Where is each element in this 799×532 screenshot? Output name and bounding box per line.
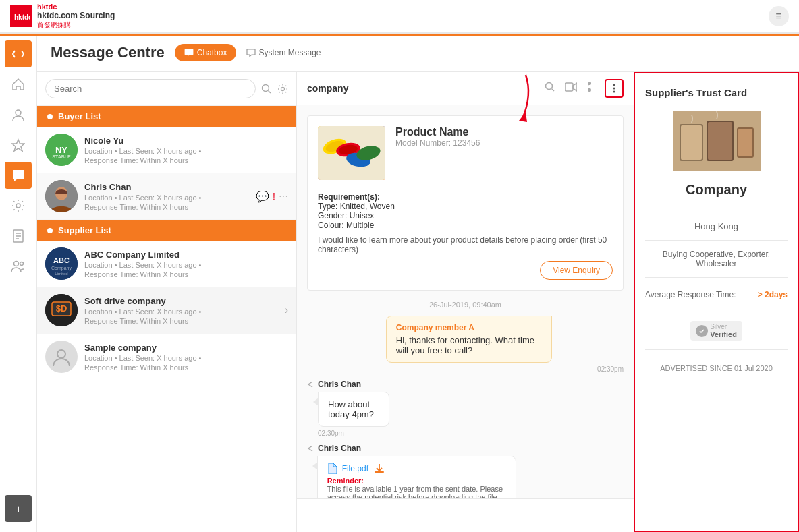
icon-sidebar: i	[0, 34, 37, 532]
sidebar-bottom: i	[5, 495, 32, 522]
contact-actions-chris: 💬 ! ⋯	[256, 190, 288, 203]
main-layout: i Message Centre Chatbox System Message	[0, 34, 799, 532]
chat-messages[interactable]: Product Name Model Number: 123456 Requir…	[297, 105, 634, 498]
contact-soft-drive[interactable]: $D Soft drive company Location • Last Se…	[37, 287, 296, 334]
more-menu-button[interactable]	[605, 79, 624, 98]
users-icon[interactable]	[5, 253, 32, 280]
silver-text: Silver	[710, 323, 737, 330]
contact-name-nicole: Nicole Yu	[84, 136, 288, 146]
view-enquiry-button[interactable]: View Enquiry	[540, 261, 613, 280]
svg-rect-32	[565, 83, 573, 91]
trust-response: Average Response Time: > 2days	[645, 290, 788, 299]
search-input[interactable]	[45, 79, 256, 98]
trust-verified-badge: Silver Verified	[690, 321, 742, 341]
contact-info-chris: Chris Chan Location • Last Seen: X hours…	[84, 182, 249, 211]
chat-input-area[interactable]	[297, 498, 634, 532]
svg-point-4	[16, 204, 20, 208]
msg-chris-2: Chris Chan	[307, 444, 624, 498]
settings-icon[interactable]	[277, 84, 288, 94]
star-icon[interactable]	[5, 131, 32, 158]
sidebar-collapse-button[interactable]	[5, 40, 32, 67]
logo-area: hktdc hktdc hktdc.com Sourcing 貿發網採購	[10, 3, 115, 30]
svg-point-34	[613, 88, 615, 90]
search-icon[interactable]	[261, 84, 272, 94]
contact-meta2-sd: Response Time: Within X hours	[84, 317, 278, 325]
home-icon[interactable]	[5, 71, 32, 98]
search-chat-icon[interactable]	[543, 80, 557, 97]
user-icon[interactable]	[5, 101, 32, 128]
system-message-tab[interactable]: System Message	[246, 48, 321, 57]
chat-badge-chris: 💬	[256, 190, 269, 203]
logo-brand: hktdc	[37, 3, 115, 11]
contact-chris-chan[interactable]: Chris Chan Location • Last Seen: X hours…	[37, 173, 296, 220]
contact-info-sample: Sample company Location • Last Seen: X h…	[84, 343, 288, 372]
chatbox-tab-label: Chatbox	[197, 48, 227, 57]
logo-domain: hktdc.com Sourcing	[37, 11, 115, 20]
contact-meta-nicole: Location • Last Seen: X hours ago •	[84, 147, 288, 155]
verified-silver-label: Silver Verified	[710, 323, 737, 338]
svg-text:Company: Company	[51, 266, 72, 271]
contact-meta2-sample: Response Time: Within X hours	[84, 363, 288, 372]
file-link[interactable]: File.pdf	[342, 464, 368, 473]
msg-sender-company-a: Company member A	[396, 323, 543, 332]
chat-icon[interactable]	[5, 162, 32, 189]
download-icon[interactable]	[374, 464, 385, 473]
contact-nicole-yu[interactable]: NY STABLE Nicole Yu Location • Last Seen…	[37, 127, 296, 173]
docs-icon[interactable]	[5, 223, 32, 249]
req-enquiry-text: I would like to learn more about your pr…	[318, 235, 613, 254]
contact-name-sd: Soft drive company	[84, 296, 278, 306]
date-separator-1: 26-Jul-2019, 09:40am	[307, 301, 624, 309]
msg-chris-1: Chris Chan How about today 4pm? 02:30pm	[307, 380, 624, 437]
phone-icon[interactable]	[584, 80, 599, 97]
buyer-list-header: Buyer List	[37, 106, 296, 127]
svg-point-14	[281, 87, 285, 90]
msg-row-chris-1: How about today 4pm? 02:30pm	[307, 392, 624, 437]
search-bar	[37, 72, 296, 106]
svg-rect-49	[708, 122, 732, 160]
page-content: Message Centre Chatbox System Message	[37, 34, 799, 532]
contact-meta-sd: Location • Last Seen: X hours ago •	[84, 307, 278, 316]
chat-area: company	[297, 72, 634, 532]
file-message: File.pdf Reminder: This file is availabl…	[317, 456, 516, 498]
msg-company-a: Company member A Hi, thanks for contacti…	[307, 316, 624, 373]
trust-divider-4	[645, 312, 788, 312]
trust-card-image	[673, 111, 761, 171]
gear-icon[interactable]	[5, 192, 32, 219]
more-icon-chris[interactable]: ⋯	[279, 191, 288, 202]
alert-icon: !	[273, 191, 275, 202]
menu-button[interactable]: ≡	[769, 6, 789, 26]
trust-types: Buying Cooperative, Exporter, Wholesaler	[645, 249, 788, 268]
chatbox-tab[interactable]: Chatbox	[175, 44, 237, 61]
trust-company-name: Company	[686, 182, 747, 198]
svg-point-33	[613, 84, 615, 86]
contact-meta-chris: Location • Last Seen: X hours ago •	[84, 194, 249, 202]
contact-sample[interactable]: Sample company Location • Last Seen: X h…	[37, 334, 296, 380]
svg-rect-51	[738, 129, 752, 156]
contact-meta2-chris: Response Time: Within X hours	[84, 203, 249, 211]
trust-advertised: ADVERTISED SINCE 01 Jul 2020	[660, 364, 773, 372]
trust-divider-1	[645, 212, 788, 212]
svg-text:Limited: Limited	[55, 272, 67, 276]
contact-meta2-nicole: Response Time: Within X hours	[84, 156, 288, 165]
info-icon[interactable]: i	[5, 495, 32, 522]
buyer-list-dot	[47, 114, 53, 119]
svg-line-31	[552, 89, 555, 92]
left-arrow-icon-2	[307, 444, 314, 452]
video-icon[interactable]	[563, 80, 579, 96]
product-image	[318, 126, 385, 180]
contacts-panel: Buyer List NY STABLE Nicole Yu Location …	[37, 72, 297, 532]
contact-meta-abc: Location • Last Seen: X hours ago •	[84, 261, 288, 269]
supplier-list-dot	[47, 228, 53, 233]
msg-text-company-a: Hi, thanks for contacting. What time wil…	[396, 335, 543, 355]
trust-card-panel: Supplier's Trust Card	[634, 72, 799, 532]
trust-response-label: Average Response Time:	[645, 290, 736, 299]
page-header: Message Centre Chatbox System Message	[37, 34, 799, 72]
supplier-list-label: Supplier List	[58, 225, 111, 235]
file-msg-arrow	[312, 462, 318, 470]
svg-rect-47	[681, 125, 702, 160]
product-details: Product Name Model Number: 123456	[395, 126, 613, 180]
contact-abc-company[interactable]: ABC Company Limited ABC Company Limited …	[37, 241, 296, 287]
svg-line-13	[269, 90, 271, 93]
msg-content-company-a: Company member A Hi, thanks for contacti…	[386, 316, 553, 363]
logo-text: hktdc hktdc.com Sourcing 貿發網採購	[37, 3, 115, 30]
